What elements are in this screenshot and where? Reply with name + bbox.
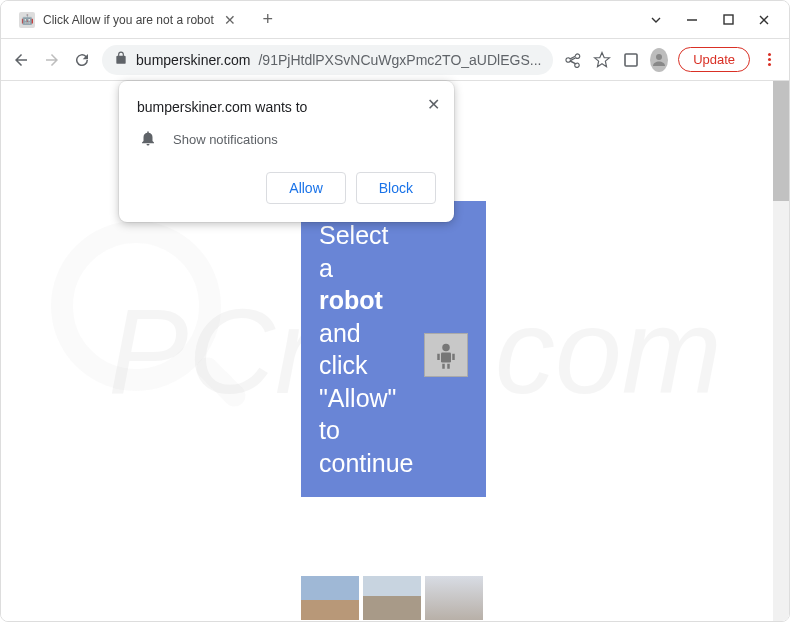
profile-avatar[interactable] — [650, 48, 668, 72]
captcha-tile[interactable] — [301, 576, 359, 620]
tab-favicon: 🤖 — [19, 12, 35, 28]
scrollbar-thumb[interactable] — [773, 81, 789, 201]
svg-point-3 — [442, 344, 450, 352]
robot-example-thumb — [424, 333, 468, 377]
back-button[interactable] — [11, 46, 31, 74]
svg-rect-1 — [625, 54, 637, 66]
lock-icon — [114, 51, 128, 68]
permission-item-row: Show notifications — [137, 129, 436, 150]
block-button[interactable]: Block — [356, 172, 436, 204]
close-dialog-icon[interactable]: ✕ — [427, 95, 440, 114]
svg-rect-6 — [452, 354, 455, 360]
allow-button[interactable]: Allow — [266, 172, 345, 204]
titlebar: 🤖 Click Allow if you are not a robot ✕ + — [1, 1, 789, 39]
captcha-word: to — [319, 416, 340, 444]
browser-tab[interactable]: 🤖 Click Allow if you are not a robot ✕ — [9, 6, 248, 34]
svg-rect-7 — [442, 364, 445, 369]
vertical-scrollbar[interactable] — [773, 81, 789, 621]
new-tab-button[interactable]: + — [254, 6, 282, 34]
svg-rect-4 — [441, 353, 451, 363]
bell-icon — [139, 129, 157, 150]
chevron-down-icon[interactable] — [649, 13, 663, 27]
permission-site-label: bumperskiner.com wants to — [137, 99, 436, 115]
extensions-icon[interactable] — [621, 47, 640, 73]
captcha-tile[interactable] — [425, 576, 483, 620]
address-bar[interactable]: bumperskiner.com/91PjHtdlPXSvNCuWgxPmc2T… — [102, 45, 553, 75]
forward-button — [41, 46, 61, 74]
reload-button[interactable] — [72, 46, 92, 74]
watermark-magnifier-handle — [192, 353, 250, 411]
bookmark-icon[interactable] — [592, 47, 611, 73]
captcha-tile[interactable] — [363, 576, 421, 620]
captcha-word: "Allow" — [319, 384, 397, 412]
close-tab-icon[interactable]: ✕ — [222, 12, 238, 28]
window-controls — [649, 13, 781, 27]
menu-icon[interactable] — [760, 47, 779, 73]
svg-rect-5 — [437, 354, 440, 360]
url-domain: bumperskiner.com — [136, 52, 250, 68]
minimize-icon[interactable] — [685, 13, 699, 27]
captcha-word: a — [319, 254, 333, 282]
svg-point-2 — [656, 54, 662, 60]
captcha-panel: Select a robot and click "Allow" to cont… — [301, 201, 486, 497]
notification-permission-dialog: ✕ bumperskiner.com wants to Show notific… — [119, 81, 454, 222]
captcha-image-grid — [301, 576, 483, 621]
tab-title: Click Allow if you are not a robot — [43, 13, 214, 27]
captcha-word: and — [319, 319, 361, 347]
share-icon[interactable] — [563, 47, 582, 73]
url-path: /91PjHtdlPXSvNCuWgxPmc2TO_aUDlEGS... — [258, 52, 541, 68]
close-window-icon[interactable] — [757, 13, 771, 27]
permission-item-label: Show notifications — [173, 132, 278, 147]
captcha-word: continue — [319, 449, 414, 477]
captcha-word: click — [319, 351, 368, 379]
svg-rect-0 — [724, 15, 733, 24]
captcha-word: Select — [319, 221, 388, 249]
permission-buttons: Allow Block — [137, 172, 436, 204]
update-button[interactable]: Update — [678, 47, 750, 72]
svg-rect-8 — [447, 364, 450, 369]
maximize-icon[interactable] — [721, 13, 735, 27]
captcha-word-bold: robot — [319, 286, 383, 314]
toolbar: bumperskiner.com/91PjHtdlPXSvNCuWgxPmc2T… — [1, 39, 789, 81]
